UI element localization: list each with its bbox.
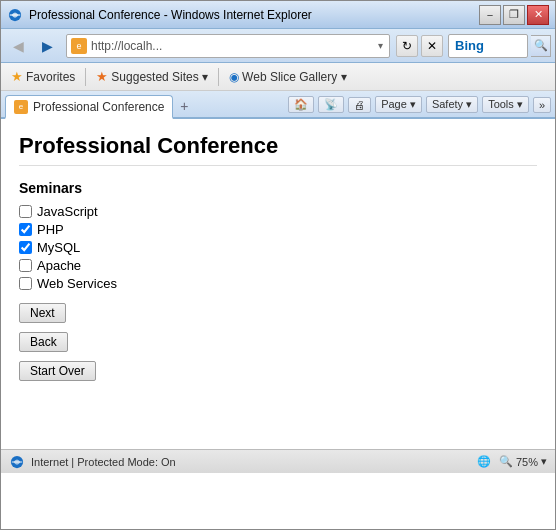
tools-menu[interactable]: Tools ▾ <box>482 96 529 113</box>
apache-label: Apache <box>37 258 81 273</box>
web-slice-button[interactable]: ◉ Web Slice Gallery ▾ <box>225 68 350 86</box>
suggested-sites-button[interactable]: ★ Suggested Sites ▾ <box>92 67 212 86</box>
favorites-bar: ★ Favorites ★ Suggested Sites ▾ ◉ Web Sl… <box>1 63 555 91</box>
active-tab[interactable]: e Professional Conference <box>5 95 173 119</box>
checkbox-list: JavaScript PHP MySQL Apache Web Services <box>19 204 537 291</box>
next-button[interactable]: Next <box>19 303 66 323</box>
status-right: 🌐 🔍 75% ▾ <box>477 455 547 468</box>
stop-button[interactable]: ✕ <box>421 35 443 57</box>
favicon: e <box>71 38 87 54</box>
start-over-button[interactable]: Start Over <box>19 361 96 381</box>
star-icon: ★ <box>11 69 23 84</box>
address-dropdown-icon[interactable]: ▾ <box>376 40 385 51</box>
webservices-checkbox[interactable] <box>19 277 32 290</box>
tab-favicon: e <box>14 100 28 114</box>
nav-bar: ◀ ▶ e ▾ ↻ ✕ Bing 🔍 <box>1 29 555 63</box>
page-title: Professional Conference <box>19 133 537 166</box>
seminars-heading: Seminars <box>19 180 537 196</box>
button-group: Next Back Start Over <box>19 303 537 386</box>
mysql-checkbox[interactable] <box>19 241 32 254</box>
home-icon[interactable]: 🏠 <box>288 96 314 113</box>
favorites-button[interactable]: ★ Favorites <box>7 67 79 86</box>
print-icon[interactable]: 🖨 <box>348 97 371 113</box>
list-item: Apache <box>19 258 537 273</box>
page-menu[interactable]: Page ▾ <box>375 96 422 113</box>
zoom-level: 75% <box>516 456 538 468</box>
rss-icon[interactable]: 📡 <box>318 96 344 113</box>
list-item: PHP <box>19 222 537 237</box>
zoom-icon: 🔍 <box>499 455 513 468</box>
address-input[interactable] <box>91 39 376 53</box>
list-item: JavaScript <box>19 204 537 219</box>
internet-icon <box>9 454 25 470</box>
restore-button[interactable]: ❐ <box>503 5 525 25</box>
new-tab-button[interactable]: + <box>175 97 193 115</box>
favorites-label: Favorites <box>26 70 75 84</box>
javascript-label: JavaScript <box>37 204 98 219</box>
tab-bar: e Professional Conference + 🏠 📡 🖨 Page ▾… <box>1 91 555 119</box>
bing-logo: Bing <box>455 38 484 53</box>
apache-checkbox[interactable] <box>19 259 32 272</box>
active-tab-label: Professional Conference <box>33 100 164 114</box>
title-bar-text: Professional Conference - Windows Intern… <box>29 8 479 22</box>
content-area: Professional Conference Seminars JavaScr… <box>1 119 555 449</box>
title-bar: Professional Conference - Windows Intern… <box>1 1 555 29</box>
refresh-button[interactable]: ↻ <box>396 35 418 57</box>
divider-2 <box>218 68 219 86</box>
javascript-checkbox[interactable] <box>19 205 32 218</box>
list-item: Web Services <box>19 276 537 291</box>
web-slice-icon: ◉ <box>229 70 239 84</box>
safety-menu[interactable]: Safety ▾ <box>426 96 478 113</box>
search-button[interactable]: 🔍 <box>531 35 551 57</box>
address-arrows: ▾ <box>376 40 385 51</box>
close-button[interactable]: ✕ <box>527 5 549 25</box>
tab-tools: 🏠 📡 🖨 Page ▾ Safety ▾ Tools ▾ » <box>195 96 551 117</box>
extra-tools-button[interactable]: » <box>533 97 551 113</box>
search-box: Bing <box>448 34 528 58</box>
web-slice-label: Web Slice Gallery ▾ <box>242 70 346 84</box>
status-text: Internet | Protected Mode: On <box>31 456 471 468</box>
title-bar-buttons: − ❐ ✕ <box>479 5 549 25</box>
suggested-icon: ★ <box>96 69 108 84</box>
php-label: PHP <box>37 222 64 237</box>
webservices-label: Web Services <box>37 276 117 291</box>
status-bar: Internet | Protected Mode: On 🌐 🔍 75% ▾ <box>1 449 555 473</box>
minimize-button[interactable]: − <box>479 5 501 25</box>
list-item: MySQL <box>19 240 537 255</box>
suggested-sites-label: Suggested Sites ▾ <box>111 70 208 84</box>
mysql-label: MySQL <box>37 240 80 255</box>
ie-icon <box>7 7 23 23</box>
forward-button[interactable]: ▶ <box>34 33 60 59</box>
divider-1 <box>85 68 86 86</box>
address-bar: e ▾ <box>66 34 390 58</box>
back-button[interactable]: ◀ <box>5 33 31 59</box>
zoom-dropdown-icon: ▾ <box>541 455 547 468</box>
zoom-button[interactable]: 🔍 75% ▾ <box>499 455 547 468</box>
back-button-page[interactable]: Back <box>19 332 68 352</box>
php-checkbox[interactable] <box>19 223 32 236</box>
network-icon: 🌐 <box>477 455 491 468</box>
